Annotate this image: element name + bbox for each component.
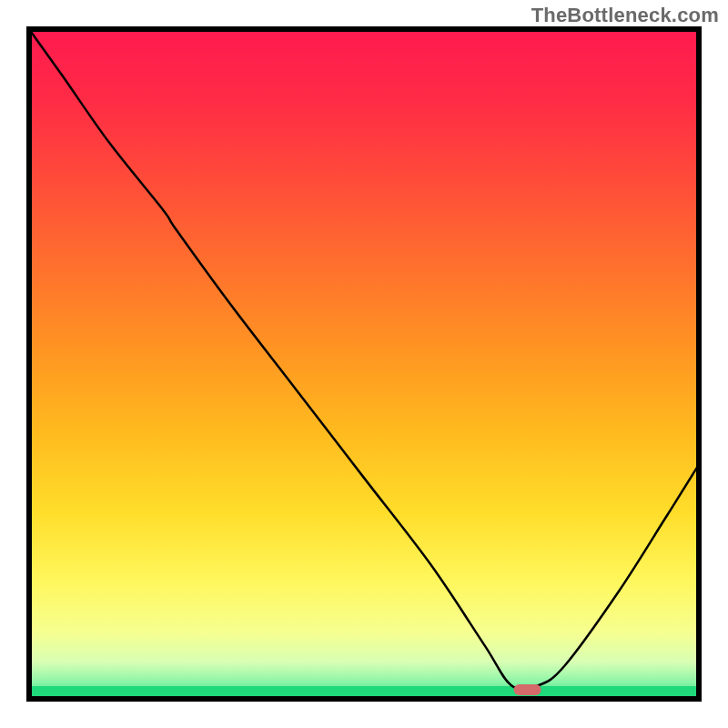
gradient-background <box>29 29 699 699</box>
chart-svg <box>0 0 728 728</box>
optimal-marker <box>514 684 541 695</box>
